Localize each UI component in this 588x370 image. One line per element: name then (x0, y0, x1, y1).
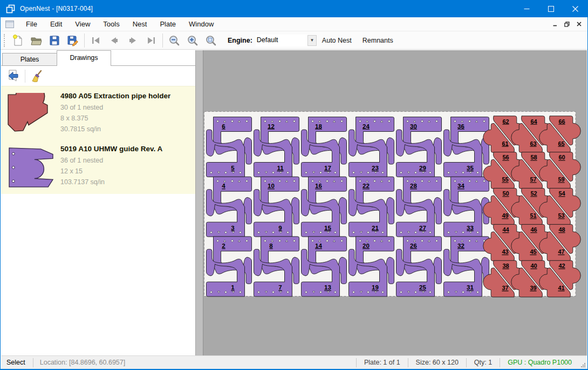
main-region: Plates Drawings (1, 50, 587, 355)
part-number: 27 (419, 225, 426, 231)
maximize-button[interactable] (539, 0, 563, 17)
toolbar-separator (25, 70, 25, 83)
mdi-minimize-button[interactable] (551, 21, 559, 28)
part-number: 39 (530, 285, 536, 291)
nested-part-pair[interactable] (254, 177, 299, 237)
drawing-item-uhmw-guide[interactable]: 5019 A10 UHMW guide Rev. A 36 of 1 neste… (1, 139, 195, 194)
part-number: 25 (419, 284, 426, 291)
toolbar-separator (162, 33, 163, 48)
toolbar-grip[interactable] (4, 34, 6, 47)
broom-icon (30, 69, 44, 83)
part-number: 47 (558, 248, 564, 255)
save-button[interactable] (45, 32, 64, 49)
tab-drawings[interactable]: Drawings (57, 50, 111, 66)
import-drawing-button[interactable] (5, 69, 22, 84)
engine-combobox[interactable]: Default ▼ (256, 35, 317, 46)
part-number: 3 (231, 225, 234, 231)
close-button[interactable] (563, 0, 587, 17)
status-plate-count: Plate: 1 of 1 (356, 358, 408, 367)
zoom-fit-button[interactable] (202, 32, 220, 49)
engine-dropdown-arrow-icon[interactable]: ▼ (307, 35, 317, 46)
nav-last-button[interactable] (142, 32, 160, 49)
part-number: 56 (502, 154, 509, 160)
part-number: 1 (231, 284, 235, 291)
mdi-restore-button[interactable] (563, 21, 571, 28)
part-number: 41 (558, 285, 564, 291)
open-file-button[interactable] (27, 32, 45, 49)
part-number: 64 (530, 118, 537, 125)
part-number: 33 (467, 225, 474, 231)
nav-previous-icon (108, 34, 121, 47)
part-number: 34 (457, 183, 464, 189)
part-number: 17 (324, 165, 331, 171)
part-number: 12 (268, 123, 275, 130)
document-window-icon[interactable] (5, 21, 14, 28)
nav-next-button[interactable] (124, 32, 142, 49)
part-number: 20 (363, 243, 370, 249)
part-number: 51 (530, 212, 536, 219)
part-number: 66 (558, 118, 565, 125)
menu-window[interactable]: Window (182, 18, 220, 30)
drawing-thumbnail-red-part (6, 93, 50, 133)
nest-canvas[interactable]: 6512111817242330293635431091615222128273… (203, 50, 587, 355)
part-number: 6 (222, 123, 225, 130)
nav-previous-button[interactable] (105, 32, 124, 49)
part-number: 44 (502, 226, 509, 233)
new-file-button[interactable] (9, 32, 27, 49)
part-number: 59 (558, 176, 564, 183)
part-number: 22 (363, 183, 370, 189)
nested-part-pair[interactable] (207, 177, 252, 237)
title-bar: OpenNest - [N0317-004] (1, 0, 587, 17)
menu-edit[interactable]: Edit (44, 18, 69, 30)
clear-drawings-button[interactable] (29, 69, 45, 84)
menu-view[interactable]: View (69, 18, 97, 30)
remnants-button[interactable]: Remnants (357, 33, 399, 48)
part-number: 18 (315, 123, 322, 130)
save-as-button[interactable] (64, 32, 82, 49)
menu-bar: File Edit View Tools Nest Plate Window (1, 17, 587, 31)
status-mode: Select (1, 359, 33, 366)
nested-part-pair[interactable] (207, 237, 252, 297)
part-number: 35 (467, 165, 474, 171)
resize-grip[interactable] (579, 356, 587, 369)
main-toolbar: Engine: Default ▼ Auto Nest Remnants (1, 31, 587, 50)
zoom-out-button[interactable] (165, 32, 183, 49)
part-number: 53 (558, 212, 564, 219)
part-number: 7 (278, 284, 282, 291)
menu-nest[interactable]: Nest (126, 18, 154, 30)
nest-plate-view[interactable]: 6512111817242330293635431091615222128273… (203, 50, 588, 355)
left-panel: Plates Drawings (1, 50, 196, 355)
menu-file[interactable]: File (19, 18, 44, 30)
menu-tools[interactable]: Tools (97, 18, 126, 30)
nested-part-pair[interactable] (207, 117, 252, 177)
part-number: 46 (530, 226, 537, 233)
auto-nest-button[interactable]: Auto Nest (317, 33, 357, 48)
part-number: 29 (419, 165, 426, 171)
app-logo-icon (6, 4, 15, 14)
tab-plates[interactable]: Plates (2, 53, 57, 66)
panel-splitter[interactable] (196, 50, 203, 355)
nav-first-button[interactable] (87, 32, 105, 49)
zoom-in-icon (186, 34, 199, 47)
status-bar: Select Location: [84.8696, 60.6957] Plat… (1, 355, 587, 369)
nested-part-pair[interactable] (254, 237, 299, 297)
part-number: 65 (558, 140, 564, 147)
part-number: 21 (372, 225, 379, 231)
drawing-item-extraction-pipe-holder[interactable]: 4980 A05 Extraction pipe holder 30 of 1 … (1, 86, 195, 139)
drawing-area: 103.7137 sq/in (60, 177, 192, 187)
new-file-icon (11, 34, 24, 47)
drawings-toolbar (1, 66, 195, 86)
status-gpu: GPU : Quadro P1000 (500, 358, 579, 367)
engine-value[interactable]: Default (256, 35, 307, 46)
minimize-button[interactable] (515, 0, 539, 17)
drawing-title: 5019 A10 UHMW guide Rev. A (60, 145, 192, 153)
save-as-icon (66, 34, 79, 47)
part-number: 28 (410, 183, 417, 189)
zoom-in-button[interactable] (183, 32, 202, 49)
window-title: OpenNest - [N0317-004] (20, 5, 93, 12)
menu-plate[interactable]: Plate (153, 18, 182, 30)
nav-last-icon (145, 34, 158, 47)
panel-tabstrip: Plates Drawings (1, 50, 195, 66)
part-number: 40 (530, 263, 537, 269)
mdi-close-button[interactable] (575, 21, 583, 28)
